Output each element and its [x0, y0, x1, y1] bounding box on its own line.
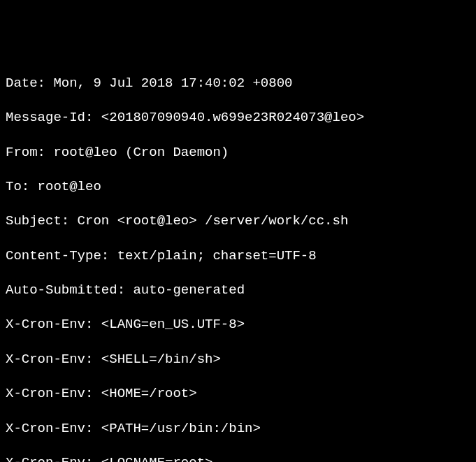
mail-header-env-lang: X-Cron-Env: <LANG=en_US.UTF-8>: [6, 316, 470, 333]
mail-header-auto-submitted: Auto-Submitted: auto-generated: [6, 282, 470, 299]
mail-header-env-path: X-Cron-Env: <PATH=/usr/bin:/bin>: [6, 420, 470, 438]
mail-header-subject: Subject: Cron <root@leo> /server/work/cc…: [6, 212, 470, 230]
mail-header-message-id: Message-Id: <201807090940.w699e23R024073…: [6, 109, 470, 127]
mail-header-content-type: Content-Type: text/plain; charset=UTF-8: [6, 247, 470, 265]
mail-header-from: From: root@leo (Cron Daemon): [6, 144, 470, 161]
mail-header-env-shell: X-Cron-Env: <SHELL=/bin/sh>: [6, 351, 470, 368]
mail-header-date: Date: Mon, 9 Jul 2018 17:40:02 +0800: [6, 75, 470, 92]
mail-header-env-home: X-Cron-Env: <HOME=/root>: [6, 385, 470, 403]
mail-header-env-logname: X-Cron-Env: <LOGNAME=root>: [6, 454, 470, 462]
mail-header-to: To: root@leo: [6, 178, 470, 196]
